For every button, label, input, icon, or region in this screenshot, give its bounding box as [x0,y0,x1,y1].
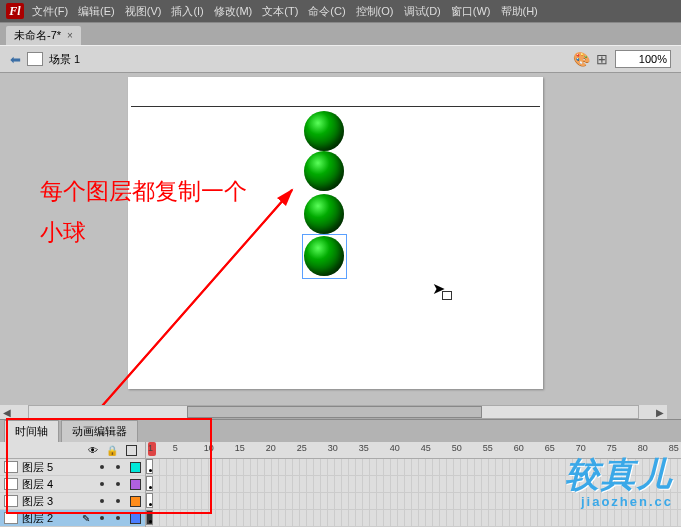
layer-color-swatch[interactable] [130,496,141,507]
keyframe-dot [149,469,152,472]
layer-type-icon [4,478,18,490]
lock-dot[interactable] [116,516,120,520]
pencil-icon: ✎ [82,513,90,524]
scroll-right-icon[interactable]: ▶ [653,407,667,418]
cursor-icon: ➤ [432,279,445,298]
ruler-tick: 55 [483,443,493,453]
menu-edit[interactable]: 编辑(E) [78,4,115,19]
lock-dot[interactable] [116,499,120,503]
layer-row[interactable]: 图层 5 [0,459,145,476]
layers-column: 👁 🔒 图层 5 图层 4 图层 3 图层 2 ✎ [0,442,146,527]
layer-name-label: 图层 5 [22,460,94,475]
canvas-rule-line [131,106,540,107]
ruler-tick: 85 [669,443,679,453]
canvas[interactable]: ➤ [128,77,543,389]
keyframe-cell[interactable] [146,510,153,525]
document-tab[interactable]: 未命名-7* × [6,26,81,45]
lock-icon[interactable]: 🔒 [106,445,118,456]
ball-4[interactable] [304,236,344,276]
ruler-tick: 40 [390,443,400,453]
close-icon[interactable]: × [67,30,73,41]
panel-tab-bar: 时间轴 动画编辑器 [0,419,681,442]
layer-type-icon [4,512,18,524]
frames-column: 1510152025303540455055606570758085 [146,442,681,527]
scroll-left-icon[interactable]: ◀ [0,407,14,418]
zoom-input[interactable] [615,50,671,68]
layer-color-swatch[interactable] [130,479,141,490]
timeline-panel: 👁 🔒 图层 5 图层 4 图层 3 图层 2 ✎ 15101520253035… [0,442,681,527]
menu-debug[interactable]: 调试(D) [404,4,441,19]
ball-2[interactable] [304,151,344,191]
layer-color-swatch[interactable] [130,462,141,473]
frame-row[interactable] [146,476,681,493]
layer-name-label: 图层 3 [22,494,94,509]
keyframe-dot [149,520,152,523]
ruler-tick: 30 [328,443,338,453]
eye-icon[interactable]: 👁 [88,445,98,456]
layer-type-icon [4,495,18,507]
layer-row[interactable]: 图层 3 [0,493,145,510]
outline-icon[interactable] [126,445,137,456]
menu-insert[interactable]: 插入(I) [171,4,203,19]
frame-ruler[interactable]: 1510152025303540455055606570758085 [146,442,681,459]
menu-text[interactable]: 文本(T) [262,4,298,19]
menu-command[interactable]: 命令(C) [308,4,345,19]
tab-timeline[interactable]: 时间轴 [4,420,59,442]
document-tab-label: 未命名-7* [14,28,61,43]
back-arrow-icon[interactable]: ⬅ [10,52,21,67]
ruler-tick: 15 [235,443,245,453]
ruler-tick: 65 [545,443,555,453]
ruler-tick: 35 [359,443,369,453]
frame-row[interactable] [146,459,681,476]
layer-name-label: 图层 4 [22,477,94,492]
layer-row[interactable]: 图层 2 ✎ [0,510,145,527]
visibility-dot[interactable] [100,465,104,469]
scene-icon [27,52,43,66]
ruler-tick: 50 [452,443,462,453]
layer-header: 👁 🔒 [0,442,145,459]
ball-3[interactable] [304,194,344,234]
layer-type-icon [4,461,18,473]
frame-row[interactable] [146,493,681,510]
lock-dot[interactable] [116,482,120,486]
layer-name-label: 图层 2 [22,511,78,526]
frame-row[interactable] [146,510,681,527]
visibility-dot[interactable] [100,482,104,486]
ball-1[interactable] [304,111,344,151]
scroll-track[interactable] [28,405,639,419]
stage-area: ➤ 每个图层都复制一个 小球 ◀ ▶ [0,73,681,419]
layer-color-swatch[interactable] [130,513,141,524]
scroll-thumb[interactable] [187,406,481,418]
menu-file[interactable]: 文件(F) [32,4,68,19]
keyframe-cell[interactable] [146,476,153,491]
ruler-tick: 20 [266,443,276,453]
scene-bar: ⬅ 场景 1 🎨 ⊞ [0,45,681,73]
ruler-tick: 80 [638,443,648,453]
ruler-tick: 45 [421,443,431,453]
tab-motion-editor[interactable]: 动画编辑器 [61,420,138,442]
symbol-edit-icon[interactable]: ⊞ [596,51,608,67]
visibility-dot[interactable] [100,516,104,520]
ruler-tick: 25 [297,443,307,453]
lock-dot[interactable] [116,465,120,469]
edit-scene-icon[interactable]: 🎨 [573,51,590,67]
menu-modify[interactable]: 修改(M) [214,4,253,19]
keyframe-cell[interactable] [146,493,153,508]
keyframe-dot [149,486,152,489]
ruler-tick: 75 [607,443,617,453]
ruler-tick: 10 [204,443,214,453]
ruler-tick: 1 [148,443,153,453]
menu-help[interactable]: 帮助(H) [501,4,538,19]
menu-window[interactable]: 窗口(W) [451,4,491,19]
menu-bar: Fl 文件(F) 编辑(E) 视图(V) 插入(I) 修改(M) 文本(T) 命… [0,0,681,22]
menu-view[interactable]: 视图(V) [125,4,162,19]
ruler-tick: 70 [576,443,586,453]
keyframe-cell[interactable] [146,459,153,474]
stage-horizontal-scrollbar[interactable]: ◀ ▶ [0,405,667,419]
keyframe-dot [149,503,152,506]
ruler-tick: 60 [514,443,524,453]
visibility-dot[interactable] [100,499,104,503]
menu-control[interactable]: 控制(O) [356,4,394,19]
layer-row[interactable]: 图层 4 [0,476,145,493]
app-logo: Fl [6,3,24,19]
